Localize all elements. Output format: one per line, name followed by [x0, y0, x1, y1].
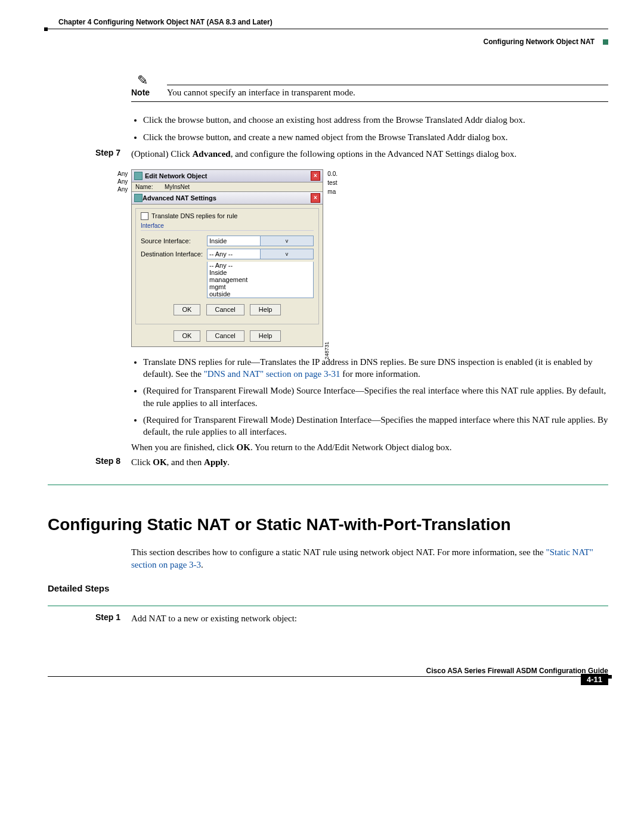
dropdown-option[interactable]: mgmt [208, 283, 313, 290]
destination-interface-dropdown[interactable]: -- Any -- Inside management mgmt outside [207, 262, 314, 298]
chevron-down-icon[interactable]: v [260, 249, 313, 259]
bullet-item: Click the browse button, and choose an e… [143, 114, 608, 126]
detailed-steps-heading: Detailed Steps [48, 583, 608, 593]
section-title: Configuring Static NAT or Static NAT-wit… [48, 515, 608, 534]
dropdown-option[interactable]: -- Any -- [208, 262, 313, 269]
help-button[interactable]: Help [250, 330, 281, 342]
section-intro: This section describes how to configure … [131, 546, 608, 571]
page-number-badge: 4-11 [581, 674, 608, 685]
ok-button[interactable]: OK [174, 304, 201, 315]
footer-rule [48, 676, 608, 678]
advanced-titlebar: Advanced NAT Settings × [132, 192, 323, 205]
step8-label: Step 8 [95, 456, 131, 469]
destination-interface-combo[interactable]: -- Any --v [207, 249, 314, 259]
finish-paragraph: When you are finished, click OK. You ret… [131, 442, 608, 453]
source-interface-label: Source Interface: [141, 237, 203, 244]
step1-label: Step 1 [95, 612, 131, 625]
dropdown-option[interactable]: management [208, 276, 313, 283]
section-header: Configuring Network Object NAT [484, 38, 595, 46]
dialog-icon [134, 172, 143, 180]
step7-body: (Optional) Click Advanced, and configure… [131, 148, 608, 160]
note-label: Note [131, 88, 167, 97]
interface-groupbox: Interface [141, 222, 314, 229]
step8-body: Click OK, and then Apply. [131, 456, 608, 469]
bullet-item: (Required for Transparent Firewall Mode)… [143, 414, 608, 438]
translate-dns-label: Translate DNS replies for rule [151, 212, 237, 219]
advanced-title: Advanced NAT Settings [143, 194, 216, 202]
chapter-header: Chapter 4 Configuring Network Object NAT… [58, 18, 608, 26]
subsection-divider [48, 605, 608, 606]
edit-object-titlebar: Edit Network Object × [132, 170, 323, 182]
ok-button[interactable]: OK [174, 330, 201, 342]
chevron-down-icon[interactable]: v [260, 236, 313, 246]
figure-reference: 248731 [324, 342, 330, 360]
dns-nat-link[interactable]: "DNS and NAT" section on page 3-31 [204, 369, 340, 379]
step1-body: Add NAT to a new or existing network obj… [131, 612, 608, 625]
note-pen-icon: ✎ [137, 76, 608, 85]
source-interface-combo[interactable]: Insidev [207, 236, 314, 246]
advanced-nat-screenshot: Any Any Any 0.0. test ma Edit Network Ob… [131, 169, 323, 347]
step7-label: Step 7 [95, 148, 131, 160]
footer-guide-title: Cisco ASA Series Firewall ASDM Configura… [48, 667, 608, 675]
close-icon[interactable]: × [311, 171, 320, 181]
edit-object-title: Edit Network Object [145, 172, 208, 179]
cancel-button[interactable]: Cancel [206, 304, 244, 315]
bullet-item: (Required for Transparent Firewall Mode)… [143, 385, 608, 409]
dialog-icon [134, 194, 143, 202]
header-rule [48, 29, 608, 38]
close-icon[interactable]: × [311, 193, 320, 203]
destination-interface-label: Destination Interface: [141, 250, 203, 258]
name-row: Name: MyInsNet [132, 182, 323, 192]
bullet-item: Translate DNS replies for rule—Translate… [143, 356, 608, 380]
note-text: You cannot specify an interface in trans… [167, 88, 608, 98]
dropdown-option[interactable]: Inside [208, 269, 313, 276]
header-square-icon [603, 39, 608, 45]
translate-dns-checkbox[interactable] [141, 212, 148, 220]
bullet-item: Click the browse button, and create a ne… [143, 131, 608, 143]
help-button[interactable]: Help [250, 304, 281, 315]
dropdown-option[interactable]: outside [208, 290, 313, 298]
section-divider [48, 484, 608, 485]
cancel-button[interactable]: Cancel [206, 330, 244, 342]
